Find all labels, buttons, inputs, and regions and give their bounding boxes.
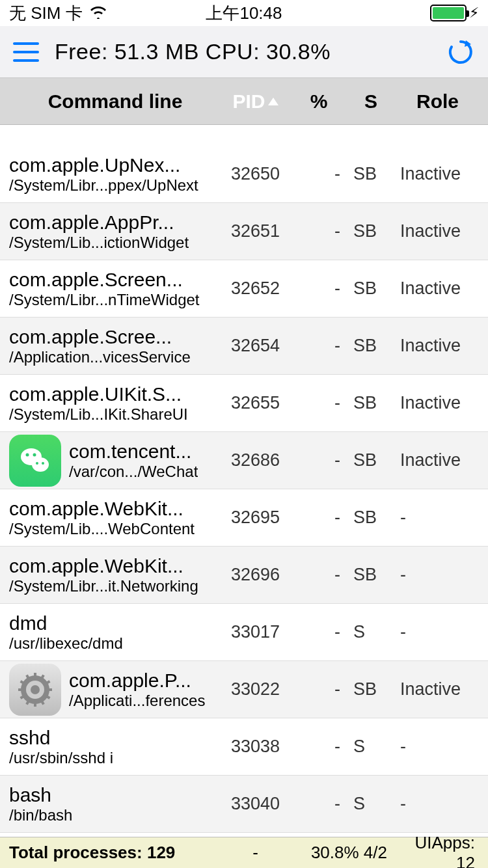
process-name: com.apple.WebKit...: [9, 498, 195, 520]
header-pid[interactable]: PID: [221, 90, 290, 113]
command-cell: com.apple.Screen.../System/Libr...nTimeW…: [0, 269, 221, 309]
process-name: dmd: [9, 612, 123, 634]
process-path: /Applicati...ferences: [69, 692, 205, 710]
menu-button[interactable]: [13, 42, 39, 62]
status-left: 无 SIM 卡: [9, 2, 107, 25]
command-cell: com.apple.UIKit.S.../System/Lib...IKit.S…: [0, 383, 221, 424]
status-right: ⚡︎: [430, 5, 479, 21]
table-row[interactable]: sshd/usr/sbin/sshd i33038-S-: [0, 718, 488, 776]
process-path: /bin/bash: [9, 806, 72, 824]
table-row[interactable]: com.apple.UpNex.../System/Libr...ppex/Up…: [0, 146, 488, 203]
table-row[interactable]: com.apple.UIKit.S.../System/Lib...IKit.S…: [0, 375, 488, 432]
process-path: /System/Libr...ppex/UpNext: [9, 176, 198, 195]
percent-cell: -: [290, 336, 348, 356]
command-cell: dmd/usr/libexec/dmd: [0, 612, 221, 653]
command-cell: com.apple.WebKit.../System/Lib....WebCon…: [0, 498, 221, 538]
state-cell: S: [348, 737, 394, 757]
footer-total: Total processes: 129: [0, 843, 221, 863]
command-cell: com.apple.WebKit.../System/Libr...it.Net…: [0, 555, 221, 595]
process-path: /Application...vicesService: [9, 348, 191, 366]
table-row[interactable]: com.apple.WebKit.../System/Lib....WebCon…: [0, 489, 488, 547]
table-row[interactable]: /usr/libexec/...ileactivationd 32650: [0, 125, 488, 146]
process-name: com.apple.Screen...: [9, 269, 200, 291]
process-name: com.apple.P...: [69, 670, 205, 692]
header-role[interactable]: Role: [394, 90, 488, 113]
percent-cell: -: [290, 794, 348, 814]
command-cell: com.apple.UpNex.../System/Libr...ppex/Up…: [0, 154, 221, 195]
table-row[interactable]: com.apple.Screen.../System/Libr...nTimeW…: [0, 260, 488, 318]
command-cell: sshd/usr/sbin/sshd i: [0, 727, 221, 767]
battery-icon: [430, 5, 467, 21]
pid-cell: 32650: [221, 164, 290, 184]
state-cell: SB: [348, 336, 394, 356]
table-row[interactable]: com.tencent.../var/con.../WeChat32686-SB…: [0, 432, 488, 489]
pid-cell: 32651: [221, 221, 290, 241]
svg-line-20: [46, 681, 49, 683]
footer-cpu: 30.8% 4/2: [290, 843, 394, 863]
table-row[interactable]: com.apple.AppPr.../System/Lib...ictionWi…: [0, 203, 488, 260]
table-row[interactable]: dmd/usr/libexec/dmd33017-S-: [0, 604, 488, 661]
role-cell: Inactive: [394, 221, 488, 241]
svg-line-16: [20, 681, 23, 683]
state-cell: SB: [348, 508, 394, 528]
table-row[interactable]: com.apple.P.../Applicati...ferences33022…: [0, 661, 488, 718]
state-cell: SB: [348, 278, 394, 299]
state-cell: SB: [348, 565, 394, 585]
percent-cell: -: [290, 278, 348, 299]
pid-cell: 33038: [221, 737, 290, 757]
percent-cell: -: [290, 679, 348, 699]
svg-point-4: [36, 462, 38, 465]
header-state[interactable]: S: [348, 90, 394, 113]
process-name: com.tencent...: [69, 441, 198, 463]
carrier-text: 无 SIM 卡: [9, 2, 83, 25]
role-cell: Inactive: [394, 278, 488, 299]
sort-asc-icon: [268, 98, 278, 105]
svg-line-11: [42, 701, 44, 704]
nav-title: Free: 51.3 MB CPU: 30.8%: [55, 39, 431, 64]
settings-app-icon: [9, 664, 61, 716]
state-cell: SB: [348, 450, 394, 470]
process-name: bash: [9, 784, 72, 806]
pid-cell: 32686: [221, 450, 290, 470]
header-command-line[interactable]: Command line: [0, 90, 221, 113]
svg-point-5: [42, 462, 44, 465]
state-cell: SB: [348, 679, 394, 699]
role-cell: -: [394, 508, 488, 528]
state-cell: SB: [348, 393, 394, 413]
process-list[interactable]: /usr/libexec/...ileactivationd 32650 com…: [0, 125, 488, 837]
process-path: /usr/sbin/sshd i: [9, 749, 113, 767]
command-cell: com.apple.P.../Applicati...ferences: [0, 664, 221, 716]
refresh-button[interactable]: [446, 38, 475, 66]
table-row[interactable]: com.apple.Scree.../Application...vicesSe…: [0, 318, 488, 375]
process-name: com.apple.UIKit.S...: [9, 383, 188, 405]
svg-point-8: [31, 685, 40, 694]
table-row[interactable]: com.apple.WebKit.../System/Libr...it.Net…: [0, 547, 488, 604]
process-name: sshd: [9, 727, 113, 749]
percent-cell: -: [290, 393, 348, 413]
percent-cell: -: [290, 221, 348, 241]
status-bar: 无 SIM 卡 上午10:48 ⚡︎: [0, 0, 488, 26]
svg-line-10: [46, 696, 49, 698]
pid-cell: 33022: [221, 679, 290, 699]
nav-bar: Free: 51.3 MB CPU: 30.8%: [0, 26, 488, 78]
process-path: /System/Libr...nTimeWidget: [9, 291, 200, 309]
process-path: /System/Libr...it.Networking: [9, 577, 198, 595]
pid-cell: 33040: [221, 794, 290, 814]
pid-cell: 32652: [221, 278, 290, 299]
command-cell: com.apple.Scree.../Application...vicesSe…: [0, 326, 221, 366]
process-name: com.apple.Scree...: [9, 326, 191, 348]
svg-point-1: [32, 457, 49, 472]
percent-cell: -: [290, 622, 348, 642]
table-row[interactable]: bash/bin/bash33040-S-: [0, 776, 488, 833]
state-cell: SB: [348, 164, 394, 184]
wechat-app-icon: [9, 435, 61, 487]
role-cell: -: [394, 565, 488, 585]
process-name: com.apple.WebKit...: [9, 555, 198, 577]
header-percent[interactable]: %: [290, 90, 348, 113]
pid-cell: 32695: [221, 508, 290, 528]
role-cell: Inactive: [394, 393, 488, 413]
process-path: /var/con.../WeChat: [69, 463, 198, 481]
role-cell: Inactive: [394, 164, 488, 184]
footer-bar: Total processes: 129 - 30.8% 4/2 UIApps:…: [0, 837, 488, 868]
process-path: /usr/libexec/dmd: [9, 634, 123, 653]
